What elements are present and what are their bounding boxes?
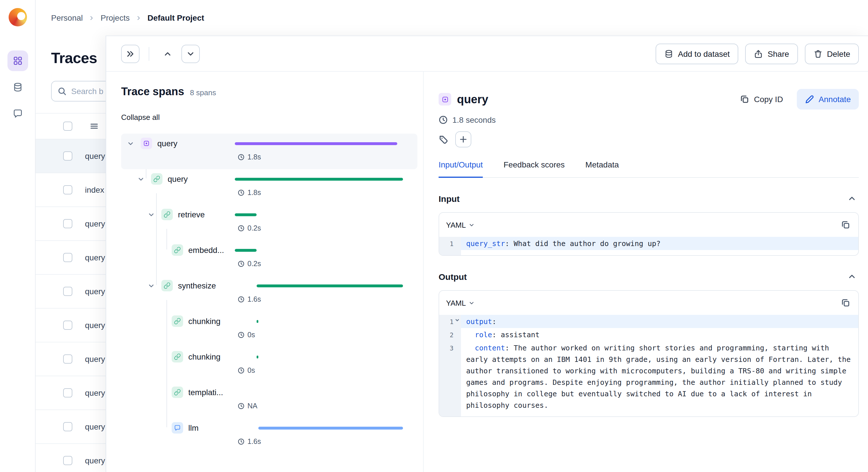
chevron-down-icon (186, 49, 195, 58)
span-row[interactable]: chunking0s (121, 311, 423, 347)
clock-icon (238, 225, 245, 232)
link-icon (151, 173, 162, 185)
row-checkbox[interactable] (63, 253, 72, 262)
sidebar-item-feedback[interactable] (7, 103, 28, 124)
collapse-all-button[interactable]: Collapse all (121, 113, 160, 122)
expand-panel-button[interactable] (121, 44, 140, 63)
toggle-spacer (158, 385, 172, 399)
trash-icon (813, 49, 823, 58)
link-icon (172, 351, 183, 363)
span-title: query (457, 93, 488, 106)
annotate-button[interactable]: Annotate (797, 89, 859, 109)
trace-icon (439, 93, 451, 105)
next-trace-button[interactable] (181, 44, 200, 63)
delete-button[interactable]: Delete (805, 43, 859, 64)
share-button[interactable]: Share (745, 43, 798, 64)
format-select[interactable]: YAML (446, 221, 475, 229)
tab-input-output[interactable]: Input/Output (439, 160, 483, 178)
code-filler (439, 411, 858, 416)
link-icon (172, 386, 183, 398)
trace-icon (141, 138, 152, 149)
row-checkbox[interactable] (63, 185, 72, 194)
row-label: query (85, 456, 105, 465)
span-duration: 0s (238, 331, 255, 339)
span-name: query (167, 174, 188, 183)
chat-icon (12, 108, 23, 119)
fold-icon[interactable] (455, 318, 460, 323)
row-checkbox[interactable] (63, 388, 72, 398)
link-icon (172, 244, 183, 256)
breadcrumb-item: Default Project (148, 13, 205, 22)
span-row[interactable]: synthesize1.6s (121, 276, 423, 311)
copy-id-button[interactable]: Copy ID (735, 89, 789, 109)
chevron-down-icon[interactable] (148, 208, 161, 222)
comet-logo[interactable] (8, 8, 27, 26)
row-label: index (85, 185, 104, 194)
chevron-down-icon[interactable] (137, 172, 151, 186)
select-all-checkbox[interactable] (63, 122, 72, 131)
copy-button[interactable] (839, 218, 852, 232)
span-row[interactable]: chunking0s (121, 347, 423, 382)
breadcrumb-item[interactable]: Projects (101, 13, 130, 22)
trace-glyph-icon (441, 96, 448, 103)
copy-button[interactable] (839, 296, 852, 310)
row-checkbox[interactable] (63, 422, 72, 431)
divider (149, 47, 149, 61)
chevron-down-icon[interactable] (148, 279, 161, 293)
span-row[interactable]: query1.8s (121, 134, 417, 169)
row-label: query (85, 321, 105, 330)
row-checkbox[interactable] (63, 219, 72, 228)
previous-trace-button[interactable] (158, 44, 177, 63)
span-name: query (157, 139, 177, 148)
span-row[interactable]: templati...NA (121, 382, 423, 418)
share-label: Share (768, 49, 789, 58)
span-row[interactable]: query1.8s (121, 169, 423, 205)
menu-icon[interactable] (90, 122, 99, 131)
plus-icon (459, 135, 468, 144)
row-checkbox[interactable] (63, 456, 72, 465)
breadcrumb-item[interactable]: Personal (51, 13, 83, 22)
row-label: query (85, 219, 105, 228)
row-checkbox[interactable] (63, 321, 72, 330)
span-row[interactable]: embedd...0.2s (121, 240, 423, 276)
code-line: 1output: (439, 315, 858, 328)
tab-feedback-scores[interactable]: Feedback scores (503, 160, 565, 177)
row-checkbox[interactable] (63, 287, 72, 296)
span-duration: 0.2s (238, 260, 261, 268)
app-root: PersonalProjectsDefault Project Traces q… (0, 0, 868, 472)
sidebar-item-projects[interactable] (7, 50, 28, 71)
link-icon (161, 280, 173, 291)
clock-icon (238, 403, 245, 409)
sidebar (0, 0, 36, 472)
row-label: query (85, 151, 105, 161)
span-row[interactable]: retrieve0.2s (121, 205, 423, 240)
detail-tabs: Input/OutputFeedback scoresMetadata (439, 160, 859, 178)
span-duration: 1.8s (238, 189, 261, 197)
span-name: synthesize (178, 281, 216, 290)
span-row[interactable]: llm1.6s (121, 418, 423, 453)
llm-icon (172, 422, 183, 434)
toggle-spacer (158, 421, 172, 435)
span-duration: 0s (238, 367, 255, 374)
format-label: YAML (446, 299, 466, 307)
span-detail-pane: query Copy ID Annotate 1.8 seconds (424, 72, 868, 472)
code-line: 1query_str: What did the author do growi… (439, 237, 858, 250)
add-to-dataset-button[interactable]: Add to dataset (656, 43, 739, 64)
row-checkbox[interactable] (63, 151, 72, 161)
span-duration-row: 1.8 seconds (439, 115, 859, 125)
collapse-input-button[interactable] (845, 192, 859, 205)
format-select[interactable]: YAML (446, 299, 475, 307)
tab-metadata[interactable]: Metadata (585, 160, 619, 177)
span-name: chunking (188, 352, 220, 361)
row-checkbox[interactable] (63, 355, 72, 364)
span-name: templati... (188, 388, 223, 397)
row-label: query (85, 253, 105, 262)
search-icon (57, 87, 67, 96)
clock-icon (238, 296, 245, 303)
sidebar-item-datasets[interactable] (7, 77, 28, 98)
chevron-down-icon[interactable] (127, 136, 141, 150)
add-tag-button[interactable] (455, 131, 471, 147)
output-code-block: YAML 1output:2 role: assistant3 content:… (439, 290, 859, 417)
collapse-output-button[interactable] (845, 270, 859, 283)
toggle-spacer (158, 350, 172, 364)
